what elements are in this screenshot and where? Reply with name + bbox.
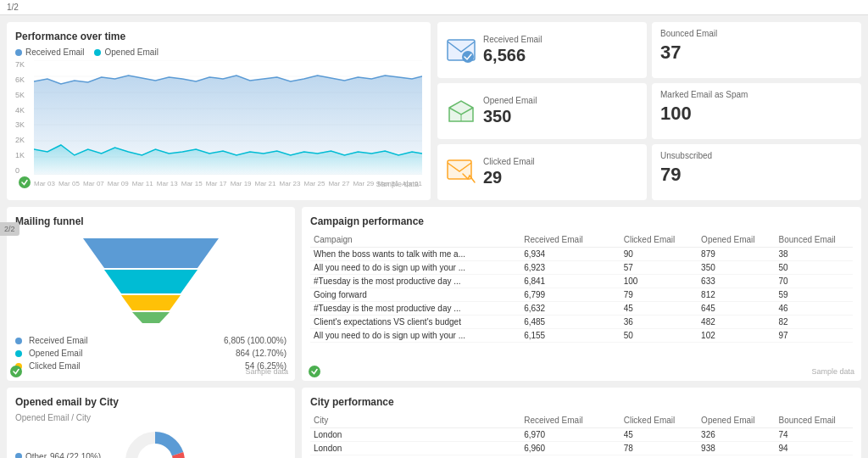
th-city: City	[310, 413, 520, 428]
table-cell: 645	[698, 302, 775, 316]
city-perf-title: City performance	[310, 396, 853, 408]
svg-rect-13	[448, 160, 471, 179]
table-cell: 812	[698, 288, 775, 302]
email-received-icon	[446, 35, 476, 65]
stat-clicked-label: Clicked Email	[483, 157, 535, 166]
opened-city-title: Opened email by City	[15, 396, 287, 408]
funnel-title: Mailing funnel	[15, 215, 287, 227]
th-city-received: Received Email	[520, 413, 620, 428]
funnel-label-clicked: Clicked Email	[29, 361, 81, 371]
funnel-value-opened: 864 (12.70%)	[236, 349, 287, 358]
stat-opened-value: 350	[483, 107, 537, 126]
top-bar: 1/2	[0, 0, 868, 15]
table-cell: 90	[620, 248, 698, 261]
table-cell: When the boss wants to talk with me a...	[310, 248, 520, 261]
funnel-label-received: Received Email	[29, 336, 87, 345]
stat-unsubscribed: Unsubscribed 79	[652, 144, 861, 200]
th-received: Received Email	[520, 232, 620, 248]
svg-point-11	[462, 51, 474, 63]
table-cell: #Tuesday is the most productive day ...	[310, 302, 520, 316]
table-cell: 45	[620, 428, 698, 442]
city-donut-chart	[121, 427, 189, 458]
stat-bounced-email: Bounced Email 37	[652, 22, 861, 78]
campaign-perf-card: Campaign performance Campaign Received E…	[302, 207, 861, 381]
stat-received-label: Received Email	[483, 35, 542, 44]
table-cell: 482	[698, 316, 775, 329]
funnel-dot-received	[15, 338, 22, 344]
row3: Opened email by City Opened Email / City…	[7, 388, 861, 458]
legend-dot-received	[15, 49, 22, 56]
table-cell: 38	[776, 248, 853, 261]
table-cell: 79	[620, 288, 698, 302]
funnel-value-received: 6,805 (100.00%)	[224, 336, 287, 345]
stat-received-email: Received Email 6,566	[437, 22, 647, 78]
stat-bounced-value: 37	[660, 42, 853, 64]
campaign-action-dot[interactable]	[309, 366, 320, 377]
table-cell: #Tuesday is the most productive day ...	[310, 275, 520, 288]
mailing-funnel-card: Mailing funnel	[7, 207, 295, 381]
page-indicator-side: 2/2	[0, 222, 19, 236]
legend-dot-opened	[94, 49, 101, 56]
svg-marker-15	[104, 270, 198, 293]
row2: Mailing funnel	[7, 207, 861, 381]
stat-clicked-text: Clicked Email 29	[483, 157, 535, 187]
stat-received-text: Received Email 6,566	[483, 35, 542, 65]
table-cell: Going forward	[310, 288, 520, 302]
table-cell: 70	[776, 275, 853, 288]
table-row: London6,9607893894	[310, 442, 853, 455]
table-cell: 50	[620, 329, 698, 343]
table-cell: 100	[620, 275, 698, 288]
table-cell: London	[310, 428, 520, 442]
y-labels: 7K 6K 5K 4K 3K 2K 1K 0	[15, 60, 34, 175]
th-opened: Opened Email	[698, 232, 775, 248]
table-cell: 633	[698, 275, 775, 288]
table-cell: 938	[698, 442, 775, 455]
campaign-header-row: Campaign Received Email Clicked Email Op…	[310, 232, 853, 248]
city-header-row: City Received Email Clicked Email Opened…	[310, 413, 853, 428]
table-cell: All you need to do is sign up with your …	[310, 329, 520, 343]
th-clicked: Clicked Email	[620, 232, 698, 248]
table-cell: 74	[776, 428, 853, 442]
th-campaign: Campaign	[310, 232, 520, 248]
stat-clicked-email: Clicked Email 29	[437, 144, 647, 200]
svg-marker-14	[83, 238, 219, 268]
table-cell: 6,970	[520, 428, 620, 442]
table-cell: 97	[776, 329, 853, 343]
table-cell: 94	[776, 442, 853, 455]
stat-unsub-value: 79	[660, 164, 853, 186]
opened-city-subtitle: Opened Email / City	[15, 413, 287, 422]
funnel-action-dot[interactable]	[10, 366, 22, 377]
table-cell: 50	[776, 261, 853, 275]
stat-unsub-label: Unsubscribed	[660, 151, 853, 160]
chart-sample-label: Sample data	[376, 180, 419, 188]
stat-opened-label: Opened Email	[483, 96, 537, 105]
funnel-item-received: Received Email 6,805 (100.00%)	[15, 334, 287, 347]
funnel-label-opened: Opened Email	[29, 349, 82, 358]
stat-clicked-value: 29	[483, 168, 535, 187]
stats-grid: Received Email 6,566 Bounced Email 37	[437, 22, 861, 200]
table-row: When the boss wants to talk with me a...…	[310, 248, 853, 261]
table-cell: 6,632	[520, 302, 620, 316]
legend-label-opened: Opened Email	[104, 47, 158, 57]
row1: Performance over time Received Email Ope…	[7, 22, 861, 200]
table-cell: 82	[776, 316, 853, 329]
city-perf-card: City performance City Received Email Cli…	[302, 388, 861, 458]
table-cell: 36	[620, 316, 698, 329]
stat-spam-label: Marked Email as Spam	[660, 90, 853, 99]
chart-action-dot[interactable]	[19, 176, 31, 188]
legend-opened: Opened Email	[94, 47, 158, 57]
table-row: #Tuesday is the most productive day ...6…	[310, 275, 853, 288]
table-cell: 6,841	[520, 275, 620, 288]
table-cell: 59	[776, 288, 853, 302]
table-cell: 6,960	[520, 442, 620, 455]
city-label-other: Other	[25, 452, 47, 459]
table-cell: 6,485	[520, 316, 620, 329]
table-cell: 57	[620, 261, 698, 275]
table-cell: London	[310, 442, 520, 455]
email-clicked-icon	[446, 157, 476, 187]
funnel-sample: Sample data	[245, 367, 288, 376]
performance-chart-card: Performance over time Received Email Ope…	[7, 22, 431, 200]
th-city-opened: Opened Email	[698, 413, 775, 428]
svg-marker-16	[121, 295, 181, 310]
stat-opened-email: Opened Email 350	[437, 83, 647, 139]
